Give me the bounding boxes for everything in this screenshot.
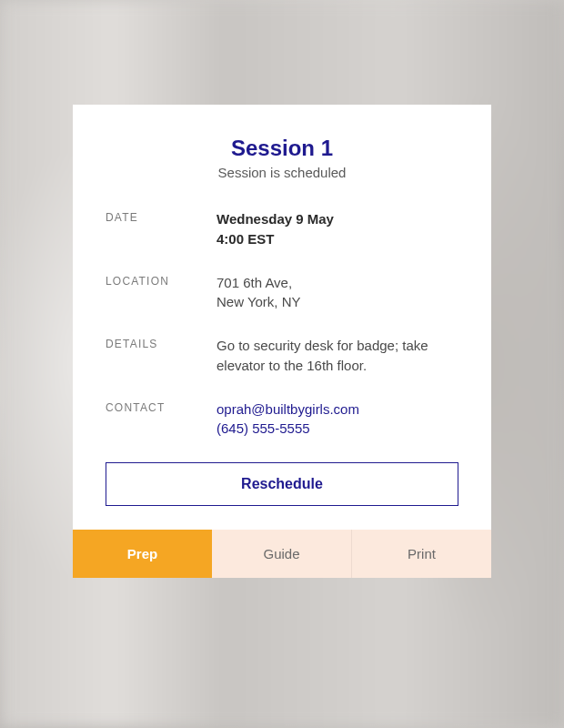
reschedule-button[interactable]: Reschedule <box>106 462 458 506</box>
label-contact: CONTACT <box>106 399 217 440</box>
card-body: Session 1 Session is scheduled DATE Wedn… <box>73 105 491 530</box>
tab-guide[interactable]: Guide <box>212 530 351 578</box>
row-details: DETAILS Go to security desk for badge; t… <box>106 336 458 376</box>
date-day: Wednesday 9 May <box>217 209 334 229</box>
value-contact: oprah@builtbygirls.com (645) 555-5555 <box>217 399 359 440</box>
location-city: New York, NY <box>217 292 301 312</box>
label-details: DETAILS <box>106 336 217 376</box>
label-location: LOCATION <box>106 273 217 313</box>
tab-bar: Prep Guide Print <box>73 530 491 578</box>
row-date: DATE Wednesday 9 May 4:00 EST <box>106 209 458 249</box>
session-status: Session is scheduled <box>106 165 458 180</box>
label-date: DATE <box>106 209 217 249</box>
session-card: Session 1 Session is scheduled DATE Wedn… <box>73 105 491 578</box>
contact-phone-link[interactable]: (645) 555-5555 <box>217 420 310 436</box>
tab-prep[interactable]: Prep <box>73 530 212 578</box>
row-contact: CONTACT oprah@builtbygirls.com (645) 555… <box>106 399 458 440</box>
session-title: Session 1 <box>106 136 458 161</box>
location-street: 701 6th Ave, <box>217 273 301 293</box>
tab-print[interactable]: Print <box>351 530 491 578</box>
value-details: Go to security desk for badge; take elev… <box>217 336 458 376</box>
value-date: Wednesday 9 May 4:00 EST <box>217 209 334 249</box>
date-time: 4:00 EST <box>217 229 334 249</box>
row-location: LOCATION 701 6th Ave, New York, NY <box>106 273 458 313</box>
value-location: 701 6th Ave, New York, NY <box>217 273 301 313</box>
contact-email-link[interactable]: oprah@builtbygirls.com <box>217 401 359 417</box>
